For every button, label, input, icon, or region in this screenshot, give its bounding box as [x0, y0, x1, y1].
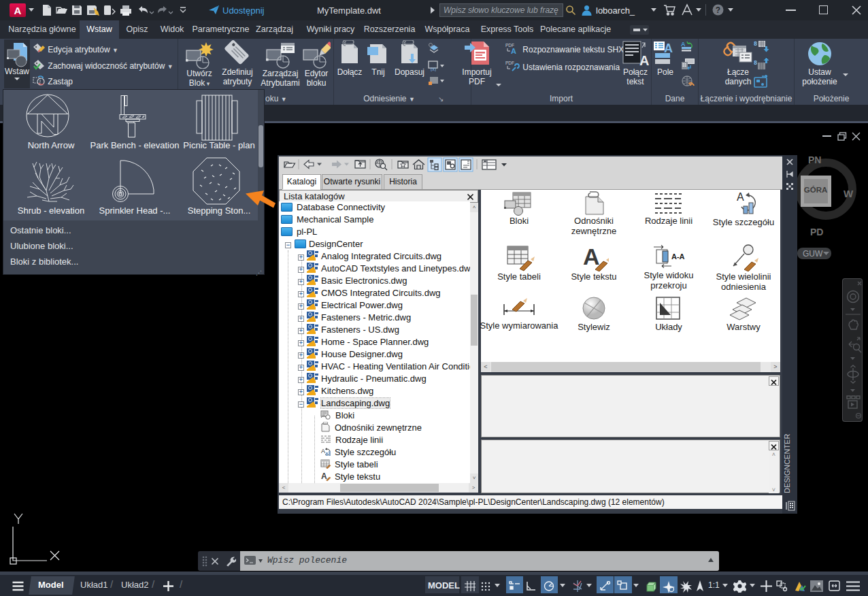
svg-text:A: A [681, 41, 686, 48]
svg-text:A: A [511, 47, 516, 54]
svg-text:PDF: PDF [505, 61, 514, 65]
svg-text:W: W [844, 188, 854, 199]
svg-text:?: ? [716, 5, 720, 15]
svg-text:A: A [321, 471, 327, 481]
svg-text:PN: PN [808, 154, 821, 165]
svg-text:8: 8 [754, 40, 757, 47]
svg-text:GÓRA: GÓRA [804, 186, 828, 194]
svg-text:A: A [737, 191, 744, 203]
svg-text:A: A [14, 5, 22, 16]
svg-text:A: A [583, 244, 600, 269]
svg-text:A: A [321, 448, 325, 454]
svg-text:8: 8 [754, 59, 757, 66]
svg-text:A-A: A-A [671, 252, 685, 261]
svg-text:A: A [639, 53, 649, 67]
svg-text:(x): (x) [431, 67, 436, 71]
svg-text:GUW: GUW [803, 249, 823, 259]
svg-text:PD: PD [810, 227, 823, 237]
